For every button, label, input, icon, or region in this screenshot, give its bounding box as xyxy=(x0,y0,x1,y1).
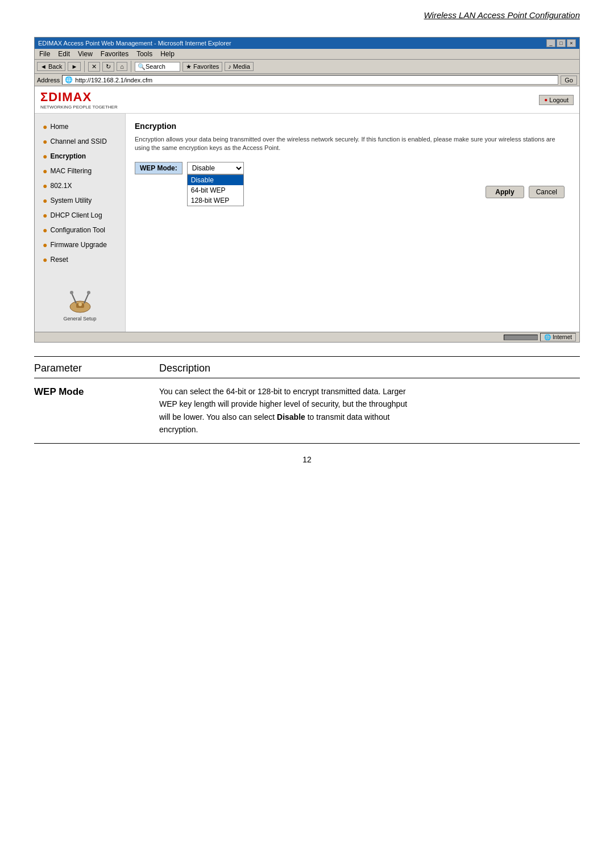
param-header-description: Description xyxy=(159,362,580,374)
menu-file[interactable]: File xyxy=(39,50,50,58)
logout-dot-icon: ● xyxy=(544,97,547,103)
toolbar-separator-2 xyxy=(131,61,131,72)
media-button[interactable]: ♪ Media xyxy=(225,62,254,71)
status-loading-bar xyxy=(504,335,538,340)
close-button[interactable]: × xyxy=(567,39,576,47)
sidebar-item-dhcp-client-log[interactable]: ● DHCP Client Log xyxy=(35,208,125,223)
sidebar-item-encryption[interactable]: ● Encryption xyxy=(35,149,125,164)
disable-bold: Disable xyxy=(277,412,305,422)
dhcp-bullet-icon: ● xyxy=(43,211,47,220)
wep-dropdown-item-disable[interactable]: Disable xyxy=(188,175,243,185)
back-button[interactable]: ◄ Back xyxy=(37,62,65,71)
sidebar-item-reset-label: Reset xyxy=(50,256,68,264)
menu-view[interactable]: View xyxy=(78,50,93,58)
dot1x-bullet-icon: ● xyxy=(43,181,47,190)
wep-mode-row: WEP Mode: Disable 64-bit WEP 128-bit WEP… xyxy=(135,162,570,174)
sidebar-item-system-utility[interactable]: ● System Utility xyxy=(35,193,125,208)
home-button[interactable]: ⌂ xyxy=(117,62,127,71)
edimax-header: ΣDIMAX NETWORKING PEOPLE TOGETHER ● Logo… xyxy=(35,86,579,114)
browser-addressbar: Address 🌐 http://192.168.2.1/index.cfm G… xyxy=(35,74,579,86)
param-row-wep-mode: WEP Mode You can select the 64-bit or 12… xyxy=(34,378,580,443)
wep-dropdown-item-64bit[interactable]: 64-bit WEP xyxy=(188,185,243,195)
sidebar-item-firmware-label: Firmware Upgrade xyxy=(50,241,106,249)
mac-bullet-icon: ● xyxy=(43,166,47,176)
search-icon: 🔍 xyxy=(138,63,146,70)
browser-content: ΣDIMAX NETWORKING PEOPLE TOGETHER ● Logo… xyxy=(35,86,579,342)
forward-button[interactable]: ► xyxy=(68,62,81,71)
sidebar-item-8021x-label: 802.1X xyxy=(50,182,72,190)
search-box[interactable]: 🔍 Search xyxy=(135,62,180,72)
address-input[interactable]: 🌐 http://192.168.2.1/index.cfm xyxy=(62,75,558,85)
address-icon: 🌐 xyxy=(65,76,73,84)
general-setup-area: General Setup xyxy=(35,284,125,326)
menu-edit[interactable]: Edit xyxy=(58,50,70,58)
param-desc-wep-mode: You can select the 64-bit or 128-bit to … xyxy=(159,385,580,436)
titlebar-buttons: _ □ × xyxy=(546,39,576,47)
sidebar-item-channel-label: Channel and SSID xyxy=(50,137,106,145)
firmware-bullet-icon: ● xyxy=(43,240,47,249)
sidebar-item-firmware-upgrade[interactable]: ● Firmware Upgrade xyxy=(35,237,125,252)
logout-button[interactable]: ● Logout xyxy=(539,95,574,105)
sidebar-item-channel-ssid[interactable]: ● Channel and SSID xyxy=(35,134,125,149)
menu-help[interactable]: Help xyxy=(160,50,175,58)
sidebar-item-encryption-label: Encryption xyxy=(50,152,86,160)
wep-mode-label: WEP Mode: xyxy=(135,162,182,174)
minimize-button[interactable]: _ xyxy=(546,39,555,47)
browser-titlebar: EDIMAX Access Point Web Management - Mic… xyxy=(35,37,579,49)
sidebar-item-dhcp-label: DHCP Client Log xyxy=(50,211,102,219)
param-header-parameter: Parameter xyxy=(34,362,159,374)
address-value: http://192.168.2.1/index.cfm xyxy=(75,77,152,84)
browser-toolbar: ◄ Back ► ✕ ↻ ⌂ 🔍 Search ★ Favorites ♪ Me… xyxy=(35,60,579,74)
address-label: Address xyxy=(37,77,60,84)
config-bullet-icon: ● xyxy=(43,226,47,235)
browser-statusbar: 🌐 Internet xyxy=(35,332,579,342)
sysutil-bullet-icon: ● xyxy=(43,196,47,205)
wep-select-container: Disable 64-bit WEP 128-bit WEP Disable 6… xyxy=(187,162,244,174)
home-bullet-icon: ● xyxy=(43,122,47,131)
svg-point-5 xyxy=(87,291,90,294)
section-title: Encryption xyxy=(135,122,570,131)
svg-line-2 xyxy=(72,293,76,303)
edimax-logo: ΣDIMAX xyxy=(40,90,118,105)
cancel-button[interactable]: Cancel xyxy=(529,186,565,198)
wep-mode-select[interactable]: Disable 64-bit WEP 128-bit WEP xyxy=(187,162,244,174)
main-panel: Encryption Encryption allows your data b… xyxy=(126,114,579,332)
param-table-header: Parameter Description xyxy=(34,357,580,378)
general-setup-icon xyxy=(66,289,94,314)
sidebar-item-mac-label: MAC Filtering xyxy=(50,167,92,175)
sidebar-item-configuration-tool[interactable]: ● Configuration Tool xyxy=(35,223,125,237)
maximize-button[interactable]: □ xyxy=(557,39,566,47)
wep-dropdown-item-128bit[interactable]: 128-bit WEP xyxy=(188,195,243,206)
general-setup-label: General Setup xyxy=(39,316,121,322)
refresh-button[interactable]: ↻ xyxy=(102,62,114,72)
channel-bullet-icon: ● xyxy=(43,137,47,146)
favorites-button[interactable]: ★ Favorites xyxy=(182,62,222,72)
sidebar-item-sysutil-label: System Utility xyxy=(50,197,92,205)
sidebar-item-mac-filtering[interactable]: ● MAC Filtering xyxy=(35,164,125,178)
encryption-bullet-icon: ● xyxy=(43,152,47,161)
svg-point-4 xyxy=(70,291,73,294)
stop-button[interactable]: ✕ xyxy=(88,62,100,72)
svg-point-6 xyxy=(78,303,82,306)
sidebar: ● Home ● Channel and SSID ● Encryption ●… xyxy=(35,114,126,332)
page-number: 12 xyxy=(0,455,614,464)
sidebar-item-reset[interactable]: ● Reset xyxy=(35,252,125,267)
page-title: Wireless LAN Access Point Configuration xyxy=(0,0,614,26)
sidebar-item-home[interactable]: ● Home xyxy=(35,119,125,134)
logout-label: Logout xyxy=(549,97,569,103)
internet-icon: 🌐 xyxy=(544,334,551,340)
status-zone-label: Internet xyxy=(553,334,572,340)
sidebar-item-config-label: Configuration Tool xyxy=(50,226,105,234)
menu-tools[interactable]: Tools xyxy=(136,50,152,58)
section-description: Encryption allows your data being transm… xyxy=(135,135,570,153)
edimax-tagline: NETWORKING PEOPLE TOGETHER xyxy=(40,105,118,110)
search-label: Search xyxy=(146,63,165,70)
apply-button[interactable]: Apply xyxy=(486,186,524,198)
status-zone: 🌐 Internet xyxy=(540,333,576,341)
sidebar-item-8021x[interactable]: ● 802.1X xyxy=(35,178,125,193)
edimax-logo-area: ΣDIMAX NETWORKING PEOPLE TOGETHER xyxy=(40,90,118,110)
go-button[interactable]: Go xyxy=(561,76,577,85)
menu-favorites[interactable]: Favorites xyxy=(101,50,128,58)
content-area: ● Home ● Channel and SSID ● Encryption ●… xyxy=(35,114,579,332)
param-name-wep-mode: WEP Mode xyxy=(34,385,159,436)
